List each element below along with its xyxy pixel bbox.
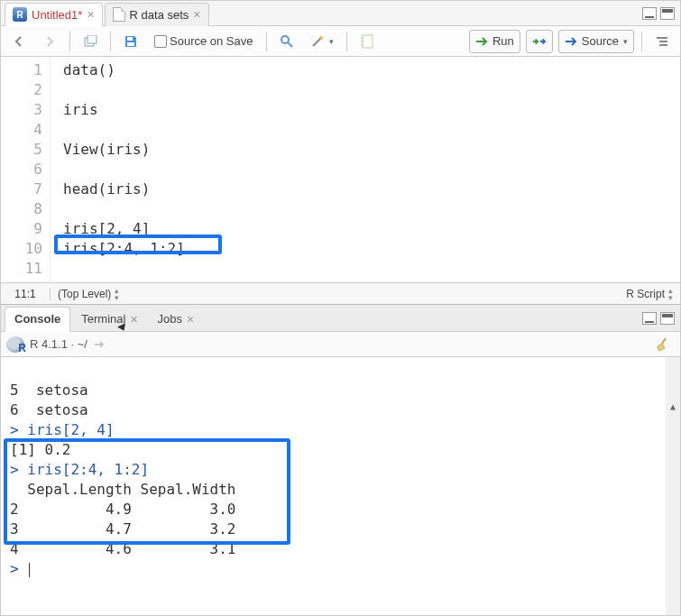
maximize-pane-button[interactable] — [660, 312, 675, 325]
chevron-down-icon: ▾ — [623, 37, 628, 46]
pane-window-controls — [642, 7, 676, 20]
checkbox-icon — [154, 35, 167, 48]
console-line: 2 4.9 3.0 — [10, 501, 235, 518]
console-line: 4 4.6 3.1 — [10, 540, 235, 557]
code-tools-button[interactable]: ▾ — [305, 30, 339, 53]
line-gutter: 123456 7891011 — [1, 57, 51, 282]
language-label: R Script — [626, 288, 665, 300]
popout-icon — [83, 34, 97, 49]
editor-tab-r-data-sets[interactable]: R data sets × — [105, 3, 209, 26]
scroll-up-button[interactable]: ▲ — [666, 397, 680, 411]
code-line: head(iris) — [63, 179, 185, 199]
r-logo-icon — [6, 336, 24, 353]
code-line — [63, 120, 185, 140]
wand-icon — [310, 34, 325, 49]
language-selector[interactable]: R Script ▴▾ — [619, 287, 680, 301]
code-line: iris[2:4, 1:2] — [63, 239, 185, 259]
svg-line-6 — [313, 38, 321, 46]
tab-terminal[interactable]: Terminal × — [72, 307, 146, 332]
run-label: Run — [492, 34, 514, 48]
r-version-label: R 4.1.1 · ~/ — [30, 337, 87, 351]
code-line: View(iris) — [63, 140, 185, 160]
updown-icon: ▴▾ — [668, 287, 673, 301]
console-line: > iris[2:4, 1:2] — [10, 461, 149, 478]
forward-button[interactable] — [37, 30, 62, 53]
console-line: [1] 0.2 — [10, 441, 70, 458]
back-button[interactable] — [6, 30, 32, 53]
code-line: iris[2, 4] — [63, 219, 185, 239]
tab-label: Jobs — [158, 312, 182, 326]
run-arrow-icon — [475, 34, 490, 49]
close-icon[interactable]: × — [187, 312, 194, 326]
code-line — [63, 80, 185, 100]
rerun-button[interactable] — [526, 30, 553, 53]
file-icon — [113, 7, 125, 22]
maximize-pane-button[interactable] — [660, 7, 675, 20]
arrow-right-icon — [42, 34, 57, 49]
console-line: 5 setosa — [10, 382, 88, 399]
code-line — [63, 160, 185, 179]
svg-line-5 — [288, 42, 292, 47]
editor-tab-untitled1[interactable]: R Untitled1* × — [5, 3, 103, 26]
console-line: > iris[2, 4] — [10, 421, 115, 438]
search-icon — [280, 34, 294, 49]
source-button[interactable]: Source ▾ — [558, 30, 634, 53]
updown-icon: ▴▾ — [115, 287, 119, 301]
pane-window-controls — [642, 312, 676, 325]
source-on-save-toggle[interactable]: Source on Save — [149, 30, 259, 53]
r-file-icon: R — [13, 7, 27, 22]
outline-button[interactable] — [649, 30, 675, 53]
code-line — [63, 259, 185, 279]
code-content[interactable]: data() iris View(iris) head(iris) iris[2… — [51, 57, 185, 282]
close-icon[interactable]: × — [87, 7, 94, 22]
svg-point-4 — [281, 36, 289, 43]
editor-status-bar: 11:1 (Top Level) ▴▾ R Script ▴▾ — [1, 282, 680, 304]
code-line: data() — [63, 60, 185, 80]
run-button[interactable]: Run — [469, 30, 520, 53]
code-editor[interactable]: 123456 7891011 data() iris View(iris) he… — [1, 57, 680, 282]
console-info-bar: R 4.1.1 · ~/ — [1, 332, 680, 357]
arrow-left-icon — [12, 34, 26, 49]
svg-rect-7 — [363, 35, 373, 48]
find-button[interactable] — [274, 30, 299, 53]
minimize-pane-button[interactable] — [642, 312, 657, 325]
minimize-pane-button[interactable] — [642, 7, 657, 20]
console-prompt[interactable]: > — [10, 560, 27, 577]
tab-title: Untitled1* — [32, 8, 82, 22]
clear-console-button[interactable] — [655, 336, 675, 353]
save-button[interactable] — [118, 30, 143, 53]
console-line: 3 4.7 3.2 — [10, 520, 235, 538]
close-icon[interactable]: × — [193, 7, 200, 22]
close-icon[interactable]: × — [130, 312, 137, 326]
compile-report-button[interactable] — [354, 30, 380, 53]
scope-label: (Top Level) — [58, 288, 111, 300]
show-in-new-window-button[interactable] — [78, 30, 103, 53]
scrollbar[interactable]: ▲ — [666, 357, 680, 616]
tab-label: Terminal — [81, 312, 125, 326]
popout-icon[interactable] — [93, 337, 107, 352]
save-icon — [124, 34, 138, 49]
console-line: Sepal.Length Sepal.Width — [10, 481, 235, 498]
chevron-down-icon: ▾ — [329, 37, 334, 46]
tab-jobs[interactable]: Jobs × — [149, 307, 204, 332]
tab-console[interactable]: Console — [5, 307, 70, 332]
rerun-icon — [532, 34, 547, 49]
source-arrow-icon — [565, 34, 579, 49]
svg-rect-2 — [127, 37, 133, 41]
console-line: 6 setosa — [10, 401, 88, 418]
console-tab-bar: Console Terminal × Jobs × — [1, 305, 680, 332]
svg-rect-1 — [87, 35, 97, 43]
svg-line-14 — [662, 338, 666, 344]
code-line — [63, 199, 185, 219]
source-label: Source — [582, 34, 619, 48]
tab-label: Console — [14, 312, 60, 326]
cursor-position[interactable]: 11:1 — [1, 288, 51, 300]
outline-icon — [655, 34, 669, 49]
scope-selector[interactable]: (Top Level) ▴▾ — [51, 287, 126, 301]
caret-icon — [29, 563, 30, 577]
console-output[interactable]: 5 setosa 6 setosa > iris[2, 4] [1] 0.2 >… — [1, 357, 680, 616]
editor-tab-bar: R Untitled1* × R data sets × — [1, 1, 680, 26]
console-pane: Console Terminal × Jobs × R 4.1.1 · ~/ 5… — [1, 305, 680, 616]
svg-rect-3 — [127, 42, 134, 46]
source-on-save-label: Source on Save — [170, 34, 253, 48]
